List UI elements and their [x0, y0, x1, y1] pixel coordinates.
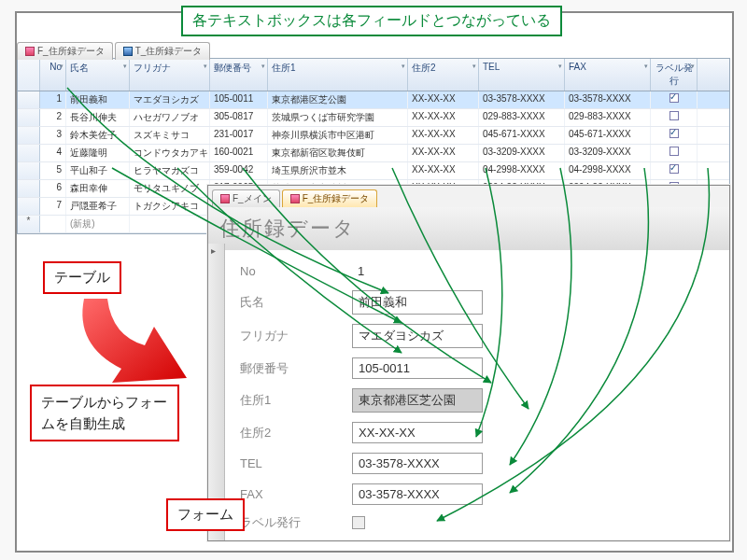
cell-furigana[interactable]: マエダヨシカズ [130, 91, 210, 108]
cell-address2[interactable]: XX-XX-XX [408, 91, 479, 108]
cell-name[interactable]: 鈴木美佐子 [66, 127, 130, 144]
field-input[interactable]: 03-3578-XXXX [352, 483, 483, 505]
cell-label[interactable] [651, 109, 698, 126]
cell-furigana[interactable]: ハセガワノブオ [130, 109, 210, 126]
cell-tel[interactable]: 03-3578-XXXX [479, 91, 565, 108]
field-adr1: 住所1東京都港区芝公園 [240, 388, 714, 413]
cell-furigana[interactable]: トガクシアキコ [130, 198, 210, 215]
datasheet-tabs: F_住所録データ T_住所録データ [17, 42, 210, 60]
col-header[interactable]: 氏名 [66, 59, 130, 91]
cell-no[interactable]: 5 [40, 162, 66, 179]
field-adr2: 住所2XX-XX-XX [240, 422, 714, 443]
table-row[interactable]: 1前田義和マエダヨシカズ105-0011東京都港区芝公園XX-XX-XX03-3… [18, 91, 729, 109]
field-input[interactable]: 03-3578-XXXX [352, 453, 483, 474]
annotation-top: 各テキストボックスは各フィールドとつながっている [181, 6, 562, 36]
cell-address2[interactable]: XX-XX-XX [408, 145, 479, 161]
cell-no[interactable]: 1 [40, 91, 66, 108]
form-icon [290, 194, 300, 203]
field-input[interactable]: マエダヨシカズ [352, 324, 483, 348]
checkbox-icon[interactable] [669, 164, 679, 174]
cell-furigana[interactable]: スズキミサコ [130, 127, 210, 144]
cell-name[interactable]: 長谷川伸夫 [66, 109, 130, 126]
table-row[interactable]: 3鈴木美佐子スズキミサコ231-0017神奈川県横浜市中区港町XX-XX-XX0… [18, 127, 729, 145]
checkbox-icon[interactable] [669, 129, 679, 138]
col-header[interactable]: フリガナ [130, 59, 210, 91]
annotation-table: テーブル [43, 261, 121, 294]
big-red-arrow [65, 289, 205, 392]
cell-address1[interactable]: 東京都新宿区歌舞伎町 [268, 145, 408, 161]
col-header[interactable]: No [40, 59, 66, 91]
cell-furigana[interactable]: コンドウタカアキ [130, 145, 210, 161]
cell-fax[interactable]: 04-2998-XXXX [565, 162, 651, 179]
table-row[interactable]: 4近藤隆明コンドウタカアキ160-0021東京都新宿区歌舞伎町XX-XX-XX0… [18, 145, 729, 162]
cell-address1[interactable]: 東京都港区芝公園 [268, 91, 408, 108]
cell-fax[interactable]: 045-671-XXXX [565, 127, 651, 144]
field-zip: 郵便番号105-0011 [240, 357, 714, 379]
cell-address1[interactable]: 埼玉県所沢市並木 [268, 162, 408, 179]
cell-address2[interactable]: XX-XX-XX [408, 127, 479, 144]
cell-tel[interactable]: 03-3209-XXXX [479, 145, 565, 161]
form-tabs: F_メイン F_住所録データ [208, 186, 729, 207]
table-row[interactable]: 5平山和子ヒラヤマカズコ359-0042埼玉県所沢市並木XX-XX-XX04-2… [18, 162, 729, 180]
col-header[interactable]: 住所2 [408, 59, 479, 91]
cell-name[interactable]: 近藤隆明 [66, 145, 130, 161]
cell-no[interactable]: 2 [40, 109, 66, 126]
cell-tel[interactable]: 04-2998-XXXX [479, 162, 565, 179]
record-selector[interactable] [208, 244, 225, 540]
cell-address1[interactable]: 茨城県つくば市研究学園 [268, 109, 408, 126]
col-header[interactable]: FAX [565, 59, 651, 91]
field-input[interactable]: 東京都港区芝公園 [352, 388, 483, 413]
cell-address2[interactable]: XX-XX-XX [408, 109, 479, 126]
col-header[interactable]: 住所1 [268, 59, 408, 91]
tab-table-datasheet[interactable]: T_住所録データ [115, 42, 211, 60]
field-label: FAX [240, 487, 352, 501]
cell-address1[interactable]: 神奈川県横浜市中区港町 [268, 127, 408, 144]
cell-no[interactable]: 7 [40, 198, 66, 215]
cell-tel[interactable]: 029-883-XXXX [479, 109, 565, 126]
field-input[interactable]: 前田義和 [352, 290, 483, 315]
cell-furigana[interactable]: ヒラヤマカズコ [130, 162, 210, 179]
cell-address2[interactable]: XX-XX-XX [408, 162, 479, 179]
cell-name[interactable]: 戸隠亜希子 [66, 198, 130, 215]
cell-label[interactable] [651, 127, 698, 144]
cell-zip[interactable]: 359-0042 [210, 162, 268, 179]
col-header[interactable]: ラベル発行 [651, 59, 698, 91]
form-icon [25, 47, 35, 56]
table-icon [123, 47, 133, 56]
cell-zip[interactable]: 231-0017 [210, 127, 268, 144]
cell-label[interactable] [651, 91, 698, 108]
form-window: F_メイン F_住所録データ 住所録データ No1氏名前田義和フリガナマエダヨシ… [207, 185, 730, 541]
checkbox-icon[interactable] [669, 93, 679, 103]
cell-fax[interactable]: 03-3578-XXXX [565, 91, 651, 108]
tab-form-datasheet[interactable]: F_住所録データ [17, 42, 113, 60]
cell-label[interactable] [651, 162, 698, 179]
cell-name[interactable]: 森田幸伸 [66, 180, 130, 197]
field-input[interactable]: XX-XX-XX [352, 422, 483, 443]
col-header[interactable]: TEL [479, 59, 565, 91]
cell-label[interactable] [651, 145, 698, 161]
field-label: フリガナ [240, 328, 352, 344]
checkbox-icon[interactable] [669, 111, 679, 120]
tab-f-main[interactable]: F_メイン [212, 189, 280, 207]
table-row[interactable]: 2長谷川伸夫ハセガワノブオ305-0817茨城県つくば市研究学園XX-XX-XX… [18, 109, 729, 127]
checkbox-icon[interactable] [669, 147, 679, 156]
cell-fax[interactable]: 03-3209-XXXX [565, 145, 651, 161]
cell-zip[interactable]: 305-0817 [210, 109, 268, 126]
cell-name[interactable]: 平山和子 [66, 162, 130, 179]
field-label: 氏名 [240, 294, 352, 311]
cell-no[interactable]: 3 [40, 127, 66, 144]
cell-tel[interactable]: 045-671-XXXX [479, 127, 565, 144]
cell-furigana[interactable]: モリタユキノブ [130, 180, 210, 197]
cell-no[interactable]: 4 [40, 145, 66, 161]
cell-name[interactable]: 前田義和 [66, 91, 130, 108]
col-header[interactable]: 郵便番号 [210, 59, 268, 91]
label-checkbox[interactable] [352, 516, 365, 529]
form-header: 住所録データ [208, 207, 729, 250]
field-input[interactable]: 1 [352, 261, 483, 281]
cell-zip[interactable]: 160-0021 [210, 145, 268, 161]
cell-fax[interactable]: 029-883-XXXX [565, 109, 651, 126]
cell-zip[interactable]: 105-0011 [210, 91, 268, 108]
field-input[interactable]: 105-0011 [352, 357, 483, 379]
tab-f-address[interactable]: F_住所録データ [282, 189, 378, 207]
cell-no[interactable]: 6 [40, 180, 66, 197]
